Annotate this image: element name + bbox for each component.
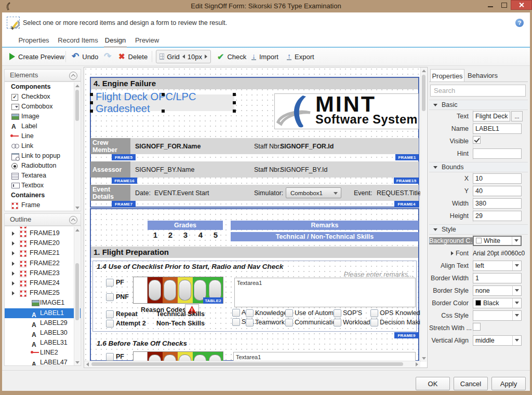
- expand-arrow-icon[interactable]: [12, 271, 15, 276]
- expand-arrow-icon[interactable]: [451, 251, 454, 255]
- outline-panel-header[interactable]: Outline: [4, 213, 81, 226]
- cancel-button[interactable]: Cancel: [454, 377, 488, 390]
- elements-scrollbar[interactable]: [74, 83, 80, 211]
- crew-staff-label[interactable]: Staff Nbr.:: [254, 138, 283, 154]
- outline-item-frame19[interactable]: FRAME19: [5, 228, 81, 238]
- expand-arrow-icon[interactable]: [12, 251, 15, 255]
- scroll-left-icon[interactable]: [86, 362, 89, 366]
- element-item-label[interactable]: ALabel: [5, 121, 81, 131]
- selection-handle[interactable]: [90, 93, 93, 96]
- elements-panel-header[interactable]: Elements: [4, 69, 81, 81]
- close-button[interactable]: [511, 0, 532, 10]
- skills-header[interactable]: Technical / Non-Technical Skills: [231, 232, 419, 241]
- scroll-down-icon[interactable]: [75, 207, 79, 209]
- minimize-button[interactable]: [484, 0, 497, 10]
- assessor-row[interactable]: SIGNOFF_BY.Name Staff Nbr.: SIGNOFF_BY.I…: [130, 161, 419, 178]
- outline-item-label47[interactable]: ALABEL47: [5, 358, 81, 366]
- use-of-autom-checkbox[interactable]: [285, 309, 293, 317]
- pnf-checkbox[interactable]: [106, 293, 114, 301]
- border-width-input[interactable]: [473, 273, 522, 283]
- scrollbar-thumb[interactable]: [75, 90, 79, 121]
- grid-size-control[interactable]: Grid 10px: [156, 50, 211, 63]
- element-item-link-to-popup[interactable]: Link to popup: [5, 151, 81, 161]
- element-item-radiobutton[interactable]: Radiobutton: [5, 161, 81, 171]
- grade-cell-2[interactable]: [163, 277, 178, 303]
- outline-item-label29[interactable]: ALABEL29: [5, 318, 81, 328]
- ops-knowledge-checkbox[interactable]: [370, 309, 378, 317]
- scroll-right-icon[interactable]: [416, 362, 418, 366]
- background-color-dropdown[interactable]: White: [473, 236, 522, 246]
- tab-record-items[interactable]: Record Items: [57, 35, 99, 46]
- crew-name-field[interactable]: SIGNOFF_FOR.Name: [135, 138, 201, 154]
- maximize-button[interactable]: [497, 0, 511, 10]
- element-item-frame[interactable]: Frame: [5, 200, 81, 210]
- grade-number-2[interactable]: 2: [167, 230, 174, 239]
- tab-properties-panel[interactable]: Properties: [430, 69, 464, 82]
- grade-number-3[interactable]: 3: [182, 230, 189, 239]
- check-button[interactable]: ✔ Check: [217, 48, 246, 65]
- redo-button[interactable]: ↷: [104, 48, 111, 65]
- grade-number-1[interactable]: 1: [152, 230, 159, 239]
- grade-cell-1[interactable]: [148, 277, 163, 303]
- grade-cell-3[interactable]: [178, 277, 193, 303]
- scroll-down-icon[interactable]: [75, 361, 79, 364]
- name-value-input[interactable]: [473, 124, 522, 134]
- canvas-horizontal-scrollbar[interactable]: [84, 361, 420, 367]
- grid-size-decrease[interactable]: [182, 55, 185, 59]
- ac-checkbox[interactable]: [232, 309, 240, 317]
- delete-button[interactable]: ✖ Delete: [118, 48, 148, 65]
- expand-arrow-icon[interactable]: [12, 231, 15, 236]
- scroll-down-icon[interactable]: [422, 357, 426, 360]
- scrollbar-thumb[interactable]: [91, 362, 403, 366]
- tab-preview[interactable]: Preview: [134, 35, 160, 46]
- expand-arrow-icon[interactable]: [12, 241, 15, 246]
- element-item-checkbox[interactable]: ✓Checkbox: [5, 92, 81, 102]
- assessor-staff-label[interactable]: Staff Nbr.:: [254, 161, 283, 178]
- outline-item-label1-selected[interactable]: ALABEL1: [5, 308, 81, 318]
- outline-item-line2[interactable]: LINE2: [5, 348, 81, 358]
- collapse-chevron-icon[interactable]: [69, 216, 77, 224]
- grade-number-4[interactable]: 4: [197, 230, 204, 239]
- selected-label-element[interactable]: Flight Deck OPC/LPC Gradesheet: [91, 94, 234, 111]
- event-label[interactable]: Event:: [354, 185, 372, 201]
- vertical-align-dropdown[interactable]: middle: [473, 335, 522, 346]
- outline-item-label31[interactable]: ALABEL31: [5, 338, 81, 348]
- assessor-header[interactable]: Assessor: [90, 161, 130, 178]
- remarks-header[interactable]: Remarks: [231, 221, 419, 230]
- export-button[interactable]: ↑ Export: [287, 48, 314, 65]
- visible-checkbox[interactable]: [473, 136, 481, 144]
- section-header-engine-failure[interactable]: 4. Engine Failure: [91, 78, 418, 89]
- event-details-header[interactable]: Event Details: [90, 185, 130, 201]
- selection-handle[interactable]: [162, 110, 165, 113]
- section-basic[interactable]: Basic: [429, 100, 528, 110]
- selection-handle[interactable]: [233, 101, 236, 104]
- event-details-row[interactable]: Date: EVENT.Event Start Simulator: Event…: [130, 185, 419, 201]
- date-field[interactable]: EVENT.Event Start: [154, 185, 209, 201]
- hint-value-input[interactable]: [473, 148, 522, 159]
- grade-button-3[interactable]: [179, 280, 191, 301]
- crew-staff-field[interactable]: SIGNOFF_FOR.Id: [280, 138, 334, 154]
- y-value-input[interactable]: [473, 186, 522, 196]
- section-bounds[interactable]: Bounds: [429, 162, 528, 172]
- search-input[interactable]: [430, 85, 526, 97]
- text-more-button[interactable]: ...: [511, 111, 523, 121]
- workload-checkbox[interactable]: [334, 319, 341, 326]
- outline-item-frame22[interactable]: FRAME22: [5, 258, 81, 268]
- outline-item-label30[interactable]: ALABEL30: [5, 328, 81, 338]
- scrollbar-thumb[interactable]: [75, 263, 79, 320]
- grade-button-1[interactable]: [149, 280, 161, 301]
- item-1-6-title[interactable]: 1.6 Before Take Off Checks: [97, 339, 187, 347]
- date-label[interactable]: Date:: [135, 185, 151, 201]
- form-design-surface[interactable]: 4. Engine Failure Flight Deck OPC/LPC Gr…: [84, 67, 421, 362]
- apply-button[interactable]: Apply: [491, 377, 526, 390]
- pf-checkbox[interactable]: [106, 279, 114, 287]
- outline-item-image1[interactable]: IMAGE1: [5, 298, 81, 308]
- event-title-field[interactable]: REQUEST.Title: [377, 185, 421, 201]
- width-value-input[interactable]: [473, 198, 522, 209]
- teamwork-checkbox[interactable]: [246, 319, 254, 326]
- selection-handle[interactable]: [90, 110, 93, 113]
- outline-scrollbar[interactable]: [74, 227, 80, 366]
- css-style-dropdown[interactable]: [473, 310, 522, 321]
- help-icon[interactable]: ?: [515, 19, 524, 27]
- selection-handle[interactable]: [233, 110, 236, 113]
